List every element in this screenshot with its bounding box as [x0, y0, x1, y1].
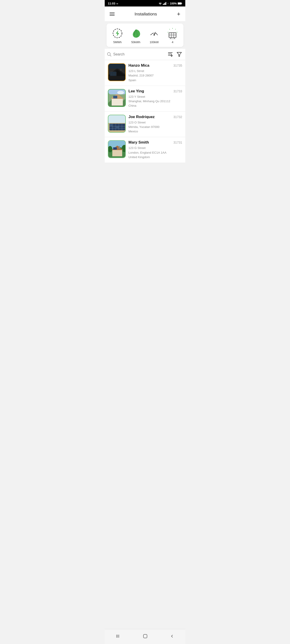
stat-solar-label: 4 — [172, 40, 173, 44]
svg-rect-0 — [163, 4, 164, 5]
installation-thumbnail — [108, 63, 126, 81]
install-name: Lee Ying — [128, 89, 144, 94]
sort-button[interactable] — [166, 50, 174, 58]
leaf-icon — [130, 28, 141, 39]
svg-line-16 — [169, 29, 170, 30]
gauge-icon — [149, 28, 160, 39]
stat-leaf-label: 50kWh — [131, 40, 140, 44]
install-id: 31735 — [173, 64, 182, 67]
svg-rect-44 — [108, 64, 126, 69]
status-time: 11:03 — [108, 2, 115, 5]
svg-marker-32 — [177, 52, 181, 56]
svg-rect-3 — [166, 2, 166, 5]
svg-rect-6 — [182, 3, 182, 4]
svg-rect-5 — [178, 3, 181, 4]
installation-info: Mary Smith 31731 123 G Street London, En… — [128, 140, 182, 160]
install-id: 31733 — [173, 90, 182, 93]
install-address: 123 Y Street Shanghai, Minhang Qu 201112… — [128, 94, 182, 108]
svg-rect-2 — [165, 3, 165, 5]
signal-dots: ·↑ — [167, 2, 169, 5]
svg-rect-75 — [112, 150, 122, 156]
stat-energy: 5MWh — [108, 28, 127, 44]
installation-item[interactable]: Hanzo Mica 31735 123 L Strret Madrid, 21… — [105, 60, 185, 86]
install-name-row: Lee Ying 31733 — [128, 89, 182, 94]
svg-rect-1 — [164, 3, 164, 5]
thumb-solar-image — [108, 90, 126, 107]
install-name-row: Joe Rodriquez 31732 — [128, 115, 182, 119]
sort-icon — [167, 52, 173, 57]
stats-card: 5MWh 50kWh 100kW — [107, 24, 183, 47]
search-actions — [166, 50, 183, 58]
wifi-icon — [158, 2, 162, 5]
install-name: Mary Smith — [128, 140, 149, 145]
install-address: 123 L Strret Madrid, 219 28007 Spain — [128, 69, 182, 82]
installations-list: Hanzo Mica 31735 123 L Strret Madrid, 21… — [105, 60, 185, 162]
leaf-icon-wrap — [130, 28, 142, 39]
search-input-container — [107, 52, 165, 56]
content-area: 5MWh 50kWh 100kW — [105, 24, 185, 178]
install-address: 123 G Street London, England EC1A 1AA Un… — [128, 146, 182, 160]
install-name: Hanzo Mica — [128, 63, 149, 68]
menu-button[interactable] — [109, 12, 115, 17]
stat-gauge: 100kW — [145, 28, 163, 44]
install-id: 31732 — [173, 115, 182, 119]
svg-line-27 — [110, 55, 111, 56]
stat-leaf: 50kWh — [127, 28, 145, 44]
svg-rect-68 — [116, 126, 119, 128]
svg-line-14 — [175, 29, 176, 30]
status-bar: 11:03 ∞ ·↑ 100% — [105, 0, 185, 6]
installation-info: Joe Rodriquez 31732 123 O Street Mérida,… — [128, 115, 182, 134]
stat-energy-label: 5MWh — [113, 40, 122, 44]
stat-solar: 4 — [163, 28, 182, 44]
install-name-row: Mary Smith 31731 — [128, 140, 182, 145]
page-title: Installations — [134, 12, 157, 16]
signal-icon — [163, 2, 166, 5]
voicemail-icon: ∞ — [116, 2, 118, 5]
installation-item[interactable]: Lee Ying 31733 123 Y Street Shanghai, Mi… — [105, 86, 185, 112]
install-address: 123 O Street Mérida, Yucatan 97000 Mexic… — [128, 120, 182, 134]
installation-info: Lee Ying 31733 123 Y Street Shanghai, Mi… — [128, 89, 182, 108]
svg-rect-81 — [119, 146, 120, 149]
svg-rect-18 — [169, 33, 176, 38]
thumb-solar-image — [108, 64, 126, 81]
installation-thumbnail — [108, 115, 126, 132]
filter-icon — [176, 52, 182, 57]
installation-thumbnail — [108, 140, 126, 158]
install-name-row: Hanzo Mica 31735 — [128, 63, 182, 68]
thumb-solar-image — [108, 115, 126, 132]
solar-panel-icon — [167, 28, 178, 39]
svg-point-55 — [117, 91, 124, 94]
gauge-icon-wrap — [148, 28, 160, 39]
status-left: 11:03 ∞ — [108, 2, 118, 5]
install-id: 31731 — [173, 141, 182, 144]
filter-button[interactable] — [175, 50, 183, 58]
svg-rect-67 — [110, 124, 112, 126]
search-bar — [105, 49, 185, 60]
installation-item[interactable]: Joe Rodriquez 31732 123 O Street Mérida,… — [105, 112, 185, 137]
svg-rect-48 — [112, 99, 123, 106]
energy-icon-wrap — [112, 28, 123, 39]
installation-item[interactable]: Mary Smith 31731 123 G Street London, En… — [105, 137, 185, 162]
lightning-icon — [112, 28, 123, 39]
stat-gauge-label: 100kW — [150, 40, 159, 44]
top-nav: Installations + — [105, 6, 185, 22]
search-input[interactable] — [113, 52, 165, 56]
install-name: Joe Rodriquez — [128, 115, 155, 119]
add-installation-button[interactable]: + — [176, 10, 181, 18]
installation-thumbnail — [108, 89, 126, 107]
solar-icon-wrap — [167, 28, 178, 39]
thumb-solar-image — [108, 141, 126, 158]
svg-line-12 — [154, 32, 156, 35]
svg-point-26 — [107, 52, 110, 56]
battery-icon — [178, 2, 182, 5]
battery-text: 100% — [170, 2, 177, 5]
installation-info: Hanzo Mica 31735 123 L Strret Madrid, 21… — [128, 63, 182, 82]
status-right: ·↑ 100% — [158, 2, 182, 5]
search-icon — [107, 52, 111, 56]
